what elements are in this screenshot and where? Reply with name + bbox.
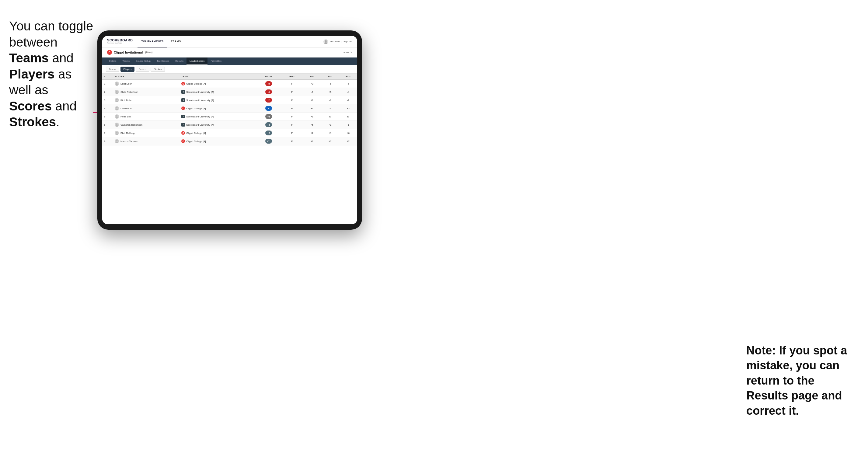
right-annotation: Note: If you spot a mistake, you can ret… [746, 343, 856, 418]
tab-teams[interactable]: Teams [119, 58, 133, 65]
cell-total: +8 [256, 129, 281, 137]
sub-tab-strokes[interactable]: Strokes [151, 67, 165, 72]
table-row: 4 David Ford C Clippd College [A] EF+1-4… [102, 104, 357, 113]
table-row: 8 Marcus Turners C Clippd College [A] +1… [102, 137, 357, 146]
table-row: 5 Rees Britt S Scoreboard University [A]… [102, 113, 357, 121]
svg-point-13 [116, 124, 118, 125]
tournament-header: C Clippd Invitational (Men) Cancel ✕ [102, 48, 357, 58]
tab-course-setup[interactable]: Course Setup [133, 58, 154, 65]
cell-rd1: +1 [303, 104, 321, 113]
cell-player: Chris Robertson [113, 88, 180, 96]
cell-thru: F [281, 137, 303, 146]
player-name: Blair McHarg [121, 132, 134, 134]
cell-rd3: E [339, 113, 357, 121]
score-badge: +6 [265, 122, 272, 127]
svg-point-16 [116, 133, 118, 135]
tablet-frame: SCOREBOARD Powered by clippd TOURNAMENTS… [97, 30, 362, 230]
score-badge: -4 [265, 89, 272, 94]
tab-details[interactable]: Details [106, 58, 119, 65]
cell-total: -8 [256, 80, 281, 88]
cell-rd2: +5 [321, 88, 339, 96]
svg-point-17 [116, 140, 118, 142]
cell-rd3: -1 [339, 96, 357, 104]
sub-tab-teams[interactable]: Teams [106, 67, 119, 72]
cell-player: David Ford [113, 104, 180, 113]
cell-total: +1 [256, 113, 281, 121]
team-logo: C [181, 106, 185, 110]
tab-printables[interactable]: Printables [208, 58, 224, 65]
player-name: Marcus Turners [121, 140, 137, 143]
nav-right: Test User | Sign out [323, 39, 352, 44]
nav-teams[interactable]: TEAMS [167, 36, 185, 48]
sub-tab-scores[interactable]: Scores [136, 67, 149, 72]
team-name: Clippd College [A] [186, 107, 206, 110]
cancel-button[interactable]: Cancel ✕ [342, 51, 352, 54]
cell-rd3: -5 [339, 80, 357, 88]
left-annotation: You can toggle between Teams and Players… [9, 18, 94, 130]
tab-leaderboards[interactable]: Leaderboards [186, 58, 208, 65]
cell-team: S Scoreboard University [A] [180, 113, 256, 121]
close-icon: ✕ [350, 51, 352, 54]
col-player: PLAYER [113, 74, 180, 80]
cell-rd1: +3 [303, 80, 321, 88]
team-name: Scoreboard University [A] [186, 91, 214, 93]
svg-point-10 [116, 109, 118, 111]
table-row: 3 Rich Butler S Scoreboard University [A… [102, 96, 357, 104]
tablet-screen: SCOREBOARD Powered by clippd TOURNAMENTS… [102, 36, 357, 224]
player-avatar [115, 82, 119, 86]
svg-point-14 [116, 125, 118, 127]
col-rd3: RD3 [339, 74, 357, 80]
cell-rd2: -4 [321, 104, 339, 113]
team-logo: S [181, 90, 185, 94]
table-header-row: # PLAYER TEAM TOTAL THRU RD1 RD2 RD3 [102, 74, 357, 80]
svg-point-1 [325, 40, 327, 42]
table-row: 7 Blair McHarg C Clippd College [A] +8F+… [102, 129, 357, 137]
cell-thru: F [281, 129, 303, 137]
cell-team: C Clippd College [A] [180, 80, 256, 88]
nav-links: TOURNAMENTS TEAMS [137, 36, 323, 48]
score-badge: -8 [265, 81, 272, 86]
tab-results[interactable]: Results [172, 58, 186, 65]
cell-rd2: -2 [321, 96, 339, 104]
player-avatar [115, 106, 119, 111]
user-avatar [323, 39, 328, 44]
cell-total: -4 [256, 88, 281, 96]
tournament-title: C Clippd Invitational (Men) [107, 50, 152, 55]
cell-rd2: +7 [321, 137, 339, 146]
team-logo: C [181, 131, 185, 135]
svg-point-9 [116, 107, 118, 108]
strokes-bold: Strokes [9, 115, 56, 129]
cell-rd1: +2 [303, 137, 321, 146]
svg-point-2 [324, 42, 328, 44]
sub-tab-bar: Teams Players Scores Strokes [102, 65, 357, 74]
leaderboard-table: # PLAYER TEAM TOTAL THRU RD1 RD2 RD3 1 [102, 74, 357, 224]
player-avatar [115, 90, 119, 94]
nav-tournaments[interactable]: TOURNAMENTS [137, 36, 167, 48]
svg-point-6 [116, 92, 118, 94]
scores-bold: Scores [9, 99, 52, 113]
team-name: Clippd College [A] [186, 132, 206, 134]
cell-thru: F [281, 88, 303, 96]
svg-point-8 [116, 101, 118, 102]
team-name: Clippd College [A] [186, 83, 206, 85]
cell-thru: F [281, 96, 303, 104]
tab-tee-groups[interactable]: Tee Groups [154, 58, 172, 65]
cell-team: C Clippd College [A] [180, 129, 256, 137]
top-nav: SCOREBOARD Powered by clippd TOURNAMENTS… [102, 36, 357, 48]
team-logo: S [181, 123, 185, 127]
players-bold: Players [9, 67, 55, 81]
cell-rd2: E [321, 113, 339, 121]
cell-player: Rees Britt [113, 113, 180, 121]
player-name: David Ford [121, 107, 132, 110]
team-name: Scoreboard University [A] [186, 124, 214, 126]
sub-tab-players[interactable]: Players [121, 67, 135, 72]
tournament-gender: (Men) [145, 51, 152, 54]
cell-rd1: -5 [303, 88, 321, 96]
team-logo: S [181, 115, 185, 118]
score-badge: +11 [265, 139, 272, 144]
col-team: TEAM [180, 74, 256, 80]
col-total: TOTAL [256, 74, 281, 80]
sign-out-link[interactable]: Sign out [343, 40, 352, 43]
teams-bold: Teams [9, 51, 49, 65]
team-logo: C [181, 139, 185, 143]
